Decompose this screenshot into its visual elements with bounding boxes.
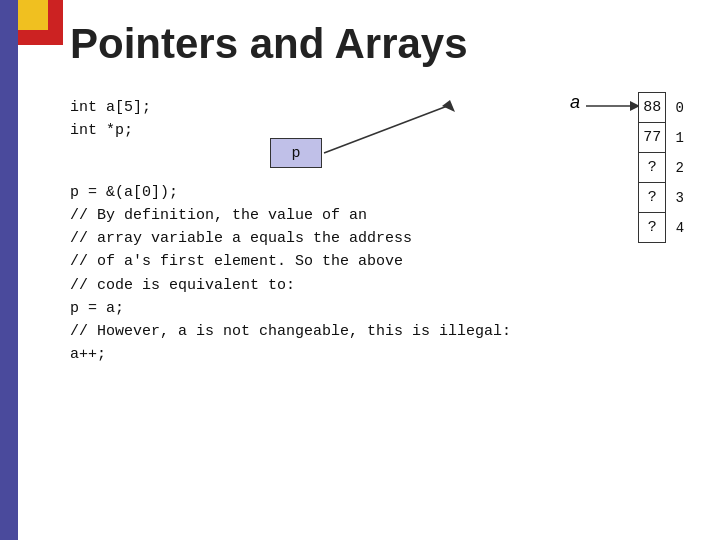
top-square-yellow	[18, 0, 48, 30]
code-line-10: a++;	[70, 343, 710, 366]
array-index-4: 4	[666, 213, 690, 243]
array-index-2: 2	[666, 153, 690, 183]
code-line-9: // However, a is not changeable, this is…	[70, 320, 710, 343]
array-cell-1: 77	[639, 123, 666, 153]
array-index-0: 0	[666, 93, 690, 123]
array-cell-3: ?	[639, 183, 666, 213]
code-line-6: // of a's first element. So the above	[70, 250, 710, 273]
p-label: p	[291, 145, 300, 162]
code-section: a 880771?2?3?4 p	[70, 96, 710, 367]
page-title: Pointers and Arrays	[70, 20, 710, 68]
code-line-7: // code is equivalent to:	[70, 274, 710, 297]
accent-bar	[0, 0, 18, 540]
array-visualization: a 880771?2?3?4	[570, 96, 690, 236]
array-cell-2: ?	[639, 153, 666, 183]
array-index-3: 3	[666, 183, 690, 213]
main-content: Pointers and Arrays a 880771?2?3?4	[70, 20, 710, 530]
array-table: 880771?2?3?4	[638, 92, 690, 243]
array-cell-0: 88	[639, 93, 666, 123]
p-arrow-svg	[320, 138, 520, 178]
code-line-8: p = a;	[70, 297, 710, 320]
p-box: p	[270, 138, 322, 168]
array-cell-4: ?	[639, 213, 666, 243]
array-index-1: 1	[666, 123, 690, 153]
